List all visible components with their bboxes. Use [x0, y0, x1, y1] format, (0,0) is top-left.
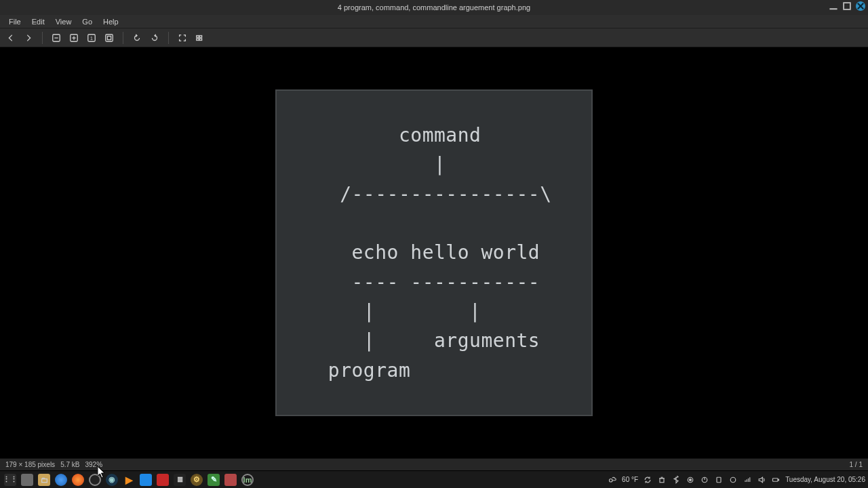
fullscreen-button[interactable] — [174, 30, 191, 45]
show-desktop-launcher[interactable] — [20, 472, 35, 487]
settings-launcher[interactable]: ⚙ — [189, 472, 204, 487]
svg-rect-32 — [778, 479, 779, 481]
panel-launchers: ⋮⋮ 🗀 ◉ ▶ ≣ ⚙ ✎ lm — [3, 472, 255, 487]
toolbar: 1 — [0, 28, 868, 47]
files-launcher[interactable]: 🗀 — [37, 472, 52, 487]
app-launcher-red[interactable] — [155, 472, 170, 487]
svg-text:1: 1 — [90, 35, 93, 40]
panel-tray: 60 °F Tuesday, August 20, 05:26 — [608, 475, 865, 485]
svg-rect-12 — [107, 36, 111, 39]
weather-icon[interactable] — [608, 475, 617, 485]
trash-icon[interactable] — [657, 475, 667, 485]
image-text-content: command | /----------------\ echo hello … — [316, 121, 551, 386]
status-dimensions: 179 × 185 pixels — [5, 461, 55, 468]
svg-point-26 — [730, 477, 736, 483]
menu-help[interactable]: Help — [98, 16, 123, 27]
battery-icon[interactable] — [771, 475, 781, 485]
maximize-button[interactable] — [842, 1, 852, 11]
svg-rect-16 — [199, 38, 202, 40]
htop-launcher[interactable]: ≣ — [172, 472, 187, 487]
record-icon[interactable] — [686, 475, 695, 485]
menu-view[interactable]: View — [51, 16, 77, 27]
minimize-button[interactable] — [829, 1, 838, 11]
menu-edit[interactable]: Edit — [27, 16, 50, 27]
toolbar-separator — [123, 32, 123, 44]
menu-bar: File Edit View Go Help — [0, 15, 868, 28]
toolbar-separator — [168, 32, 169, 44]
vlc-launcher[interactable]: ▶ — [121, 472, 136, 487]
window-titlebar: 4 program, command, commandline arguemen… — [0, 0, 868, 15]
weather-text[interactable]: 60 °F — [622, 476, 638, 483]
volume-icon[interactable] — [757, 475, 766, 485]
system-panel: ⋮⋮ 🗀 ◉ ▶ ≣ ⚙ ✎ lm 60 °F Tuesday, August … — [0, 470, 868, 488]
menu-go[interactable]: Go — [77, 16, 97, 27]
displayed-image: command | /----------------\ echo hello … — [275, 89, 593, 416]
svg-rect-1 — [844, 3, 850, 9]
menu-file[interactable]: File — [4, 16, 26, 27]
zoom-out-button[interactable] — [48, 30, 64, 45]
status-bar: 179 × 185 pixels 5.7 kB 392% 1 / 1 — [0, 458, 868, 470]
browser-launcher[interactable] — [54, 472, 68, 487]
clock-text[interactable]: Tuesday, August 20, 05:26 — [785, 476, 865, 483]
svg-rect-15 — [197, 38, 199, 40]
obs-launcher[interactable] — [87, 472, 102, 487]
steam-launcher[interactable]: ◉ — [104, 472, 119, 487]
network-icon[interactable] — [743, 475, 752, 485]
zoom-normal-button[interactable]: 1 — [83, 30, 100, 45]
zoom-fit-button[interactable] — [101, 30, 117, 45]
svg-rect-25 — [717, 477, 721, 483]
vscode-launcher[interactable] — [138, 472, 153, 487]
rotate-right-button[interactable] — [146, 30, 163, 45]
status-page: 1 / 1 — [850, 461, 863, 468]
svg-rect-18 — [660, 478, 664, 482]
gallery-button[interactable] — [192, 30, 208, 45]
firefox-launcher[interactable] — [71, 472, 85, 487]
svg-rect-11 — [106, 34, 113, 41]
menu-launcher[interactable]: ⋮⋮ — [3, 472, 18, 487]
toolbar-separator — [42, 32, 43, 44]
image-viewer-launcher[interactable] — [223, 472, 238, 487]
removable-icon[interactable] — [714, 475, 724, 485]
window-title: 4 program, command, commandline arguemen… — [338, 3, 530, 12]
status-filesize: 5.7 kB — [60, 461, 79, 468]
svg-rect-13 — [197, 35, 199, 37]
power-icon[interactable] — [700, 475, 709, 485]
window-controls — [829, 1, 865, 11]
mint-menu-launcher[interactable]: lm — [240, 472, 255, 487]
svg-point-22 — [690, 479, 692, 481]
forward-button[interactable] — [20, 30, 37, 45]
svg-rect-14 — [199, 35, 202, 37]
updates-icon[interactable] — [643, 475, 652, 485]
zoom-in-button[interactable] — [66, 30, 82, 45]
sync-icon[interactable] — [728, 475, 738, 485]
rotate-left-button[interactable] — [129, 30, 145, 45]
svg-rect-31 — [773, 478, 778, 481]
text-editor-launcher[interactable]: ✎ — [206, 472, 221, 487]
image-viewport[interactable]: command | /----------------\ echo hello … — [0, 47, 868, 458]
status-zoom: 392% — [85, 461, 102, 468]
close-button[interactable] — [856, 1, 865, 11]
svg-point-17 — [610, 479, 613, 482]
bluetooth-icon[interactable] — [671, 475, 681, 485]
back-button[interactable] — [3, 30, 19, 45]
